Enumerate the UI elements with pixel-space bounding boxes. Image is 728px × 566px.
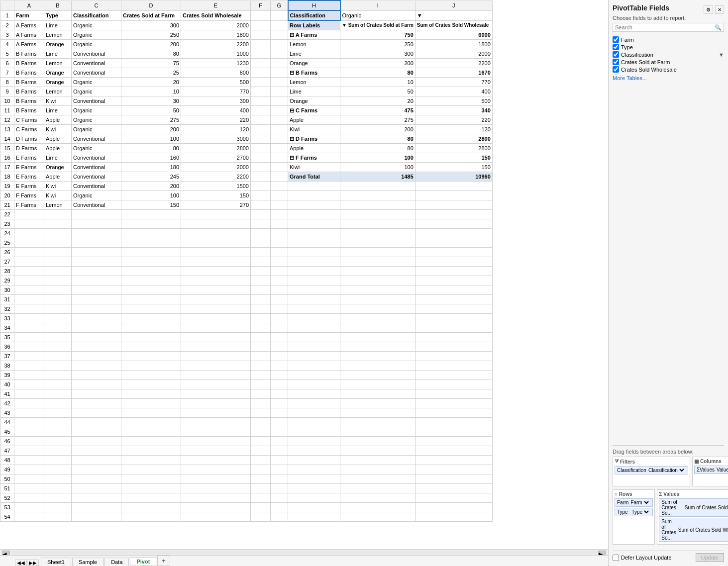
col-header-g[interactable]: G [271,0,288,10]
col-header-f[interactable]: F [251,0,271,10]
pivot-values-box[interactable]: Σ Values Sum of Crates So... Sum of Crat… [657,489,728,545]
defer-layout-checkbox[interactable] [613,555,619,561]
defer-layout-label: Defer Layout Update [621,555,672,561]
tab-nav-right[interactable]: ▶▶ [27,560,39,566]
table-row: 25 [0,238,493,248]
col-header-h[interactable]: H [288,0,340,10]
filter-chip-classification[interactable]: Classification Classification [615,466,688,474]
pivot-settings-button[interactable]: ⚙ [704,5,713,14]
table-row: 17 E FarmsOrangeConventional 1802000 Kiw… [0,163,493,172]
table-row: 42 [0,399,493,408]
tab-add-button[interactable]: + [157,556,170,566]
columns-label: ▦ Columns [694,459,728,464]
table-row: 28 [0,267,493,276]
tab-pivot[interactable]: Pivot [130,557,156,566]
col-header-b[interactable]: B [44,0,72,10]
table-row: 22 [0,210,493,219]
tab-data[interactable]: Data [104,558,129,566]
table-row: 39 [0,371,493,380]
values-sigma-icon: Σ [659,491,662,497]
table-row: 44 [0,418,493,427]
sheet-scroll-area[interactable]: A B C D E F G H I J 1 [0,0,608,549]
pivot-field-crates-wholesale-label: Crates Sold Wholesale [621,67,677,73]
pivot-field-crates-farm: Crates Sold at Farm [613,58,724,66]
pivot-rows-box[interactable]: ≡ Rows Farm Farm Type Type [613,489,655,545]
pivot-filters-box[interactable]: ⧩ Filters Classification Classification [613,457,690,486]
pivot-close-button[interactable]: ✕ [715,5,724,14]
pivot-field-crates-farm-checkbox[interactable] [613,59,619,65]
update-button[interactable]: Update [696,553,724,562]
col-header-i[interactable]: I [340,0,416,10]
table-row: 20 F FarmsKiwiOrganic 100150 [0,191,493,200]
rows-chip-type[interactable]: Type Type [615,508,653,516]
pivot-more-tables[interactable]: More Tables... [613,75,724,81]
values-chip-crates-wholesale-label: Sum of Crates So... [661,519,676,541]
tab-sample[interactable]: Sample [72,558,104,566]
table-row: 21 F FarmsLemonConventional 150270 [0,200,493,210]
col-header-e[interactable]: E [181,0,251,10]
search-icon: 🔍 [713,24,724,31]
cell-h1[interactable]: Classification [288,10,340,20]
pivot-field-farm: Farm [613,36,724,43]
table-row: 29 [0,276,493,285]
table-row: 54 [0,512,493,522]
horizontal-scrollbar[interactable]: ◀ ▶ [0,549,608,555]
cell-d1[interactable]: Crates Sold at Farm [121,10,181,20]
pivot-field-type: Type [613,43,724,51]
values-chip-crates-farm-dropdown[interactable]: Sum of Crates Sold at Farm [683,504,728,511]
values-label: Σ Values [659,491,728,497]
filters-label: ⧩ Filters [615,459,688,465]
col-header-a[interactable]: A [14,0,44,10]
rows-chip-type-dropdown[interactable]: Type [629,509,650,515]
pivot-search-input[interactable] [613,23,713,31]
table-row: 51 [0,484,493,493]
pivot-field-farm-checkbox[interactable] [613,36,619,43]
pivot-field-crates-wholesale-checkbox[interactable] [613,66,619,73]
cell-b1[interactable]: Type [44,10,72,20]
tab-sheet1[interactable]: Sheet1 [41,558,71,566]
scroll-left-btn[interactable]: ◀ [2,551,10,555]
tab-nav-arrows[interactable]: ◀◀ ▶▶ [15,560,39,566]
table-row: 16 E FarmsLimeConventional 1602700 ⊟ F F… [0,153,493,163]
values-chip-crates-wholesale[interactable]: Sum of Crates So... Sum of Crates Sold W… [659,518,728,542]
filter-chip-dropdown[interactable]: Classification [646,467,686,473]
pivot-field-classification-checkbox[interactable] [613,51,619,58]
pivot-field-classification: Classification ▼ [613,51,724,58]
columns-chip-dropdown[interactable]: Values [715,467,728,473]
columns-chip-label: Values [700,467,715,472]
cell-c1[interactable]: Classification [72,10,121,20]
rows-label: ≡ Rows [615,491,653,497]
values-chip-crates-wholesale-dropdown[interactable]: Sum of Crates Sold Wholesale [676,527,728,533]
cell-a1[interactable]: Farm [14,10,44,20]
cell-e1[interactable]: Crates Sold Wholesale [181,10,251,20]
rows-chip-farm-dropdown[interactable]: Farm [628,499,650,506]
tab-nav-left[interactable]: ◀◀ [15,560,27,566]
table-row: 14 D FarmsAppleConventional 1003000 ⊟ D … [0,134,493,144]
table-row: 45 [0,427,493,437]
row-num: 1 [0,10,14,20]
pivot-field-classification-label: Classification [621,52,653,58]
col-header-c[interactable]: C [72,0,121,10]
table-row: 31 [0,295,493,304]
table-row: 53 [0,503,493,512]
pivot-fields-list: Farm Type Classification ▼ Crates Sold a… [613,36,724,73]
scroll-right-btn[interactable]: ▶ [598,551,606,555]
scroll-track[interactable] [11,551,597,555]
table-row: 8 B FarmsOrangeOrganic 20500 Lemon 10 77… [0,78,493,87]
cell-f1[interactable] [251,10,271,20]
pivot-field-crates-wholesale: Crates Sold Wholesale [613,66,724,73]
defer-row: Defer Layout Update Update [613,551,724,562]
pivot-field-type-checkbox[interactable] [613,44,619,50]
col-header-d[interactable]: D [121,0,181,10]
col-header-j[interactable]: J [415,0,492,10]
values-chip-crates-farm[interactable]: Sum of Crates So... Sum of Crates Sold a… [659,498,728,517]
pivot-drag-areas: Drag fields between areas below: ⧩ Filte… [613,445,724,548]
columns-chip-values[interactable]: Σ Values Values [694,466,728,474]
cell-g1[interactable] [271,10,288,20]
rows-chip-farm[interactable]: Farm Farm [615,498,653,507]
cell-j1[interactable]: ▼ [415,10,492,20]
table-row: 27 [0,257,493,267]
table-row: 26 [0,248,493,257]
cell-i1[interactable]: Organic [340,10,416,20]
pivot-columns-box[interactable]: ▦ Columns Σ Values Values [692,457,728,486]
